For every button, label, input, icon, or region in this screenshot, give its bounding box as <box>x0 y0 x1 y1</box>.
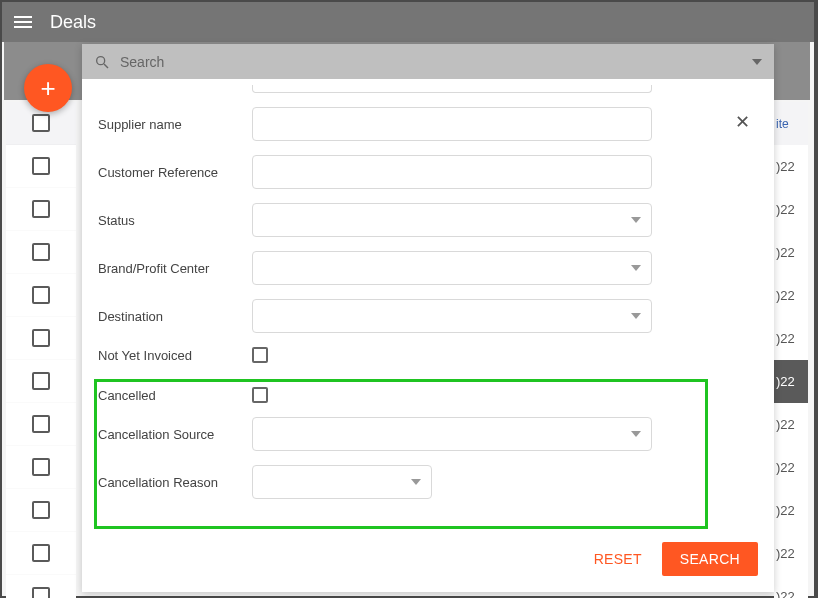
svg-marker-3 <box>631 217 641 223</box>
menu-icon[interactable] <box>14 12 34 32</box>
table-cell: )22 <box>774 446 808 489</box>
chevron-down-icon <box>631 263 641 273</box>
search-icon <box>94 54 110 70</box>
brand-select[interactable] <box>252 251 652 285</box>
brand-label: Brand/Profit Center <box>98 261 252 276</box>
cancellation-source-label: Cancellation Source <box>98 427 252 442</box>
chevron-down-icon <box>411 477 421 487</box>
cancellation-source-select[interactable] <box>252 417 652 451</box>
cancellation-reason-label: Cancellation Reason <box>98 475 252 490</box>
destination-select[interactable] <box>252 299 652 333</box>
table-cell: )22 <box>774 360 808 403</box>
not-yet-invoiced-checkbox[interactable] <box>252 347 268 363</box>
svg-line-1 <box>104 64 108 68</box>
row-checkbox[interactable] <box>32 286 50 304</box>
search-panel: ✕ Supplier name Customer Reference Statu… <box>82 44 774 592</box>
row-checkbox[interactable] <box>32 329 50 347</box>
search-input[interactable] <box>120 54 762 70</box>
cancellation-reason-select[interactable] <box>252 465 432 499</box>
search-button[interactable]: SEARCH <box>662 542 758 576</box>
table-cell: )22 <box>774 575 808 598</box>
filter-form: ✕ Supplier name Customer Reference Statu… <box>82 79 774 532</box>
svg-point-0 <box>97 56 105 64</box>
table-cell: )22 <box>774 231 808 274</box>
app-header: Deals <box>2 2 814 42</box>
row-checkbox[interactable] <box>32 415 50 433</box>
supplier-name-label: Supplier name <box>98 117 252 132</box>
row-checkbox[interactable] <box>32 587 50 598</box>
svg-marker-4 <box>631 265 641 271</box>
svg-marker-2 <box>752 59 762 65</box>
row-checkbox[interactable] <box>32 544 50 562</box>
status-label: Status <box>98 213 252 228</box>
cancelled-label: Cancelled <box>98 388 252 403</box>
reset-button[interactable]: RESET <box>594 551 642 567</box>
row-checkbox[interactable] <box>32 200 50 218</box>
chevron-down-icon <box>631 311 641 321</box>
close-icon[interactable]: ✕ <box>735 111 750 133</box>
table-cell: )22 <box>774 317 808 360</box>
customer-reference-input[interactable] <box>252 155 652 189</box>
panel-actions: RESET SEARCH <box>82 532 774 592</box>
cancelled-checkbox[interactable] <box>252 387 268 403</box>
row-checkbox[interactable] <box>32 243 50 261</box>
row-checkbox[interactable] <box>32 458 50 476</box>
table-cell: )22 <box>774 145 808 188</box>
column-header[interactable]: ite <box>774 102 808 145</box>
chevron-down-icon <box>631 215 641 225</box>
destination-label: Destination <box>98 309 252 324</box>
row-checkbox[interactable] <box>32 501 50 519</box>
page-title: Deals <box>50 12 96 33</box>
row-checkbox[interactable] <box>32 157 50 175</box>
table-cell: )22 <box>774 532 808 575</box>
svg-marker-7 <box>411 479 421 485</box>
right-date-column: ite )22 )22 )22 )22 )22 )22 )22 )22 )22 … <box>774 102 808 598</box>
chevron-down-icon <box>631 429 641 439</box>
search-bar[interactable] <box>82 44 774 79</box>
customer-reference-label: Customer Reference <box>98 165 252 180</box>
not-yet-invoiced-label: Not Yet Invoiced <box>98 348 252 363</box>
select-all-checkbox[interactable] <box>32 114 50 132</box>
supplier-name-input[interactable] <box>252 107 652 141</box>
row-checkbox[interactable] <box>32 372 50 390</box>
table-cell: )22 <box>774 489 808 532</box>
add-deal-button[interactable]: + <box>24 64 72 112</box>
table-cell: )22 <box>774 274 808 317</box>
table-cell: )22 <box>774 188 808 231</box>
table-cell: )22 <box>774 403 808 446</box>
status-select[interactable] <box>252 203 652 237</box>
previous-field-fragment[interactable] <box>252 85 652 93</box>
plus-icon: + <box>40 73 55 104</box>
svg-marker-5 <box>631 313 641 319</box>
left-checkbox-column <box>6 102 76 598</box>
dropdown-icon[interactable] <box>752 57 762 67</box>
svg-marker-6 <box>631 431 641 437</box>
